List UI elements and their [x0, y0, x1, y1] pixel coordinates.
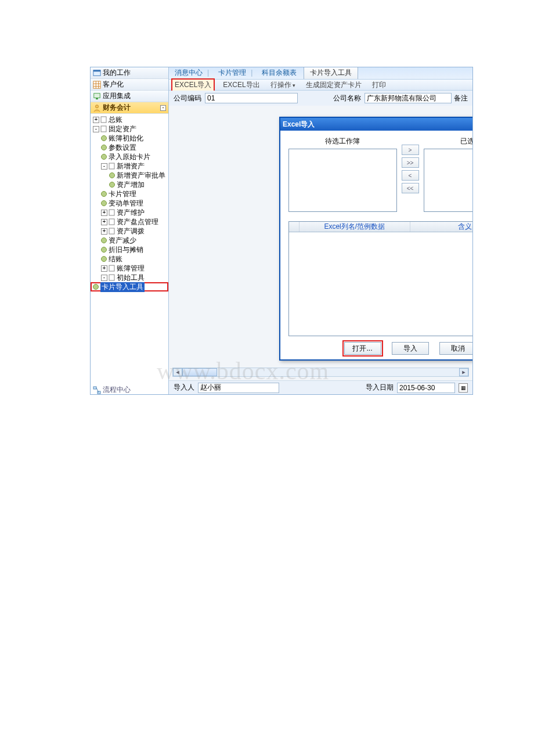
bullet-icon: [101, 135, 107, 141]
generate-card-button[interactable]: 生成固定资产卡片: [304, 80, 364, 91]
excel-import-button[interactable]: EXCEL导入: [171, 78, 215, 92]
svg-rect-17: [109, 275, 114, 280]
collapse-icon[interactable]: -: [160, 105, 166, 111]
window-icon: [93, 69, 101, 77]
tree-item[interactable]: 折旧与摊销: [91, 245, 168, 254]
tree-item[interactable]: 结账: [91, 254, 168, 264]
tree-item[interactable]: 新增资产审批单: [91, 171, 168, 180]
tree-item-card-import[interactable]: 卡片导入工具: [91, 282, 168, 291]
tree-node[interactable]: +账簿管理: [91, 264, 168, 273]
move-right-button[interactable]: >: [402, 145, 419, 155]
nav-tree: +总账 -固定资产 账簿初始化 参数设置 录入原始卡片 -新增资产 新增资产审批…: [91, 114, 168, 394]
tree-item[interactable]: 资产增加: [91, 180, 168, 189]
bullet-icon: [101, 237, 107, 243]
collapse-icon[interactable]: -: [101, 163, 107, 170]
company-code-input[interactable]: [205, 93, 298, 103]
scroll-thumb[interactable]: [182, 368, 217, 376]
tree-node-new-asset[interactable]: -新增资产: [91, 161, 168, 171]
tree-item[interactable]: 资产减少: [91, 236, 168, 245]
svg-rect-15: [109, 228, 114, 234]
doc-icon: [109, 274, 116, 281]
move-all-right-button[interactable]: >>: [402, 157, 419, 168]
company-name-input[interactable]: [365, 93, 452, 103]
nav-finance[interactable]: 财务会计 -: [91, 102, 168, 114]
print-button[interactable]: 打印: [370, 80, 388, 91]
open-button[interactable]: 打开...: [344, 342, 381, 355]
remark-label: 备注: [454, 93, 468, 103]
importer-label: 导入人: [174, 383, 194, 393]
doc-icon: [109, 209, 116, 216]
tab-card-import[interactable]: 卡片导入工具: [304, 67, 358, 79]
expand-icon[interactable]: +: [101, 265, 107, 272]
grid-col-excel[interactable]: Excel列名/范例数据: [300, 222, 410, 232]
bullet-icon: [101, 154, 107, 160]
tree-item[interactable]: 变动单管理: [91, 199, 168, 208]
grid-icon: [93, 81, 101, 89]
bullet-icon: [109, 182, 115, 188]
sidebar-footer[interactable]: 流程中心: [93, 385, 131, 395]
row-operate-menu[interactable]: 行操作: [268, 80, 298, 91]
mapping-grid[interactable]: Excel列名/范例数据 含义: [288, 221, 472, 336]
importer-input[interactable]: [198, 383, 279, 393]
tree-item[interactable]: 卡片管理: [91, 189, 168, 199]
collapse-icon[interactable]: -: [101, 275, 107, 281]
cancel-button[interactable]: 取消: [439, 342, 473, 355]
main-area: 消息中心 卡片管理 科目余额表 卡片导入工具 EXCEL导入 EXCEL导出 行…: [169, 67, 472, 394]
excel-export-button[interactable]: EXCEL导出: [221, 80, 262, 91]
toolbar: EXCEL导入 EXCEL导出 行操作 生成固定资产卡片 打印: [169, 79, 472, 91]
bullet-icon: [101, 256, 107, 262]
nav-label: 我的工作: [103, 68, 131, 78]
scroll-right-icon[interactable]: ►: [459, 368, 468, 376]
svg-rect-2: [93, 81, 100, 88]
nav-my-work[interactable]: 我的工作: [91, 67, 168, 79]
svg-rect-11: [101, 126, 106, 132]
bullet-icon: [109, 172, 115, 178]
import-date-input[interactable]: [397, 383, 455, 393]
bullet-icon: [101, 200, 107, 206]
tree-item[interactable]: 账簿初始化: [91, 134, 168, 143]
bullet-icon: [101, 191, 107, 197]
import-button[interactable]: 导入: [392, 342, 429, 355]
expand-icon[interactable]: +: [101, 219, 107, 225]
nav-label: 客户化: [103, 80, 124, 89]
tab-card-manage[interactable]: 卡片管理: [216, 67, 255, 79]
svg-rect-16: [109, 265, 114, 271]
excel-import-dialog: Excel导入 ✕ 待选工作簿 > >> < << 已选工: [279, 117, 472, 361]
name-label: 公司名称: [333, 93, 361, 103]
move-all-left-button[interactable]: <<: [402, 183, 419, 193]
tree-node[interactable]: +资产调拨: [91, 226, 168, 236]
doc-icon: [109, 228, 116, 235]
doc-icon: [109, 163, 116, 170]
bullet-icon: [101, 145, 107, 150]
nav-label: 应用集成: [103, 91, 131, 101]
nav-customer[interactable]: 客户化: [91, 79, 168, 91]
tree-item[interactable]: 录入原始卡片: [91, 152, 168, 161]
expand-icon[interactable]: +: [101, 228, 107, 235]
svg-rect-1: [93, 70, 100, 71]
expand-icon[interactable]: +: [101, 210, 107, 216]
tree-node[interactable]: +资产维护: [91, 208, 168, 217]
doc-icon: [100, 116, 107, 123]
tree-node-ledger[interactable]: +总账: [91, 115, 168, 124]
tree-node[interactable]: +资产盘点管理: [91, 217, 168, 226]
scroll-left-icon[interactable]: ◄: [173, 368, 182, 376]
selected-listbox[interactable]: [424, 149, 473, 212]
grid-col-meaning[interactable]: 含义: [410, 222, 473, 232]
tree-item[interactable]: 参数设置: [91, 143, 168, 152]
pending-listbox[interactable]: [288, 149, 397, 212]
expand-icon[interactable]: +: [93, 117, 99, 123]
dialog-titlebar[interactable]: Excel导入 ✕: [280, 118, 472, 131]
tree-node-init-tools[interactable]: -初始工具: [91, 273, 168, 282]
horizontal-scrollbar[interactable]: ◄ ►: [172, 368, 469, 377]
tab-messages[interactable]: 消息中心: [172, 67, 211, 79]
tab-balance[interactable]: 科目余额表: [259, 67, 299, 79]
calendar-icon[interactable]: ▦: [459, 383, 468, 393]
footer-label: 流程中心: [103, 385, 131, 395]
dialog-title-text: Excel导入: [283, 120, 315, 129]
doc-icon: [109, 265, 116, 272]
collapse-icon[interactable]: -: [93, 126, 99, 132]
nav-integration[interactable]: 应用集成: [91, 91, 168, 102]
tree-node-fixed-assets[interactable]: -固定资产: [91, 124, 168, 134]
move-left-button[interactable]: <: [402, 170, 419, 181]
nav-label: 财务会计: [103, 103, 131, 113]
